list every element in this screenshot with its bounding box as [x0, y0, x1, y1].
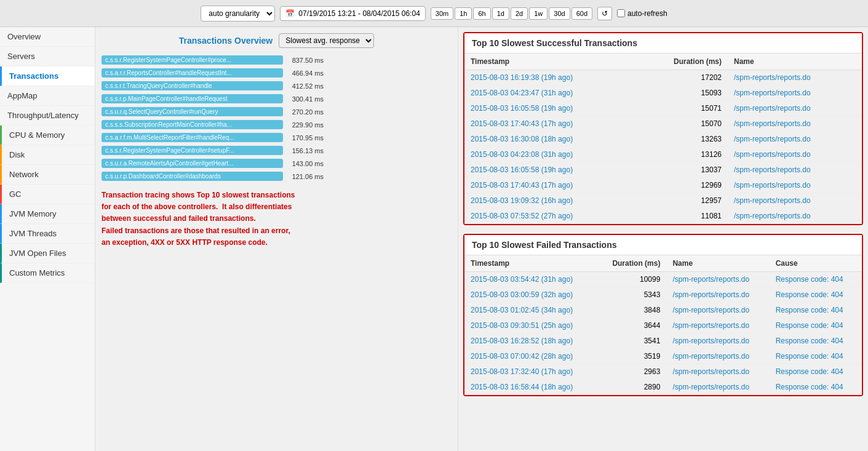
table-row[interactable]: 2015-08-03 17:40:43 (17h ago) 15070 /spm… — [464, 116, 862, 132]
timestamp-cell[interactable]: 2015-08-03 19:09:32 (16h ago) — [464, 193, 637, 209]
name-cell[interactable]: /spm-reports/reports.do — [728, 162, 862, 178]
sidebar-item-disk[interactable]: Disk — [0, 145, 95, 165]
name-cell[interactable]: /spm-reports/reports.do — [728, 147, 862, 162]
timestamp-cell[interactable]: 2015-08-03 16:19:38 (19h ago) — [464, 70, 637, 86]
bar-row: c.s.s.r.RegisterSystemPageController#pro… — [102, 55, 452, 65]
bar-row: c.s.s.s.SubscriptionReportMainController… — [102, 120, 452, 129]
table-row[interactable]: 2015-08-03 03:54:42 (31h ago) 10099 /spm… — [464, 272, 862, 287]
table-row[interactable]: 2015-08-03 19:09:32 (16h ago) 12957 /spm… — [464, 193, 862, 209]
timestamp-cell[interactable]: 2015-08-03 16:05:58 (19h ago) — [464, 162, 637, 178]
duration-cell: 3541 — [597, 333, 666, 349]
table-row[interactable]: 2015-08-03 04:23:47 (31h ago) 15093 /spm… — [464, 86, 862, 101]
bar-row: c.s.a.r.f.m.MultiSelectReportFilter#hand… — [102, 133, 452, 142]
bar-value: 412.52 ms — [287, 82, 324, 90]
timestamp-cell[interactable]: 2015-08-03 07:00:42 (28h ago) — [464, 349, 597, 364]
bar-label[interactable]: c.s.u.r.q.SelectQueryController#runQuery — [102, 107, 283, 116]
date-range-picker[interactable]: 📅 07/19/2015 13:21 - 08/04/2015 06:04 — [280, 6, 426, 21]
timestamp-cell[interactable]: 2015-08-03 04:23:08 (31h ago) — [464, 147, 637, 162]
bar-label[interactable]: c.s.u.r.a.RemoteAlertsApiController#getH… — [102, 159, 283, 168]
time-btn-1d[interactable]: 1d — [492, 7, 509, 20]
bar-label[interactable]: c.s.s.r.RegisterSystemPageController#pro… — [102, 55, 283, 65]
sidebar-item-throughput[interactable]: Throughput/Latency — [0, 106, 95, 126]
name-cell[interactable]: /spm-reports/reports.do — [728, 209, 862, 224]
sidebar-item-jvm-threads[interactable]: JVM Threads — [0, 224, 95, 244]
timestamp-cell[interactable]: 2015-08-03 04:23:47 (31h ago) — [464, 86, 637, 101]
table-row[interactable]: 2015-08-03 01:02:45 (34h ago) 3848 /spm-… — [464, 303, 862, 318]
name-cell[interactable]: /spm-reports/reports.do — [666, 287, 769, 303]
timestamp-cell[interactable]: 2015-08-03 16:58:44 (18h ago) — [464, 380, 597, 395]
timestamp-cell[interactable]: 2015-08-03 16:30:08 (18h ago) — [464, 132, 637, 147]
main-layout: Overview Servers Transactions AppMap Thr… — [0, 27, 868, 451]
successful-title: Top 10 Slowest Successful Transactions — [464, 33, 862, 54]
name-cell[interactable]: /spm-reports/reports.do — [666, 349, 769, 364]
sidebar-item-custom-metrics[interactable]: Custom Metrics — [0, 263, 95, 283]
name-cell[interactable]: /spm-reports/reports.do — [728, 86, 862, 101]
name-cell[interactable]: /spm-reports/reports.do — [728, 70, 862, 86]
name-cell[interactable]: /spm-reports/reports.do — [666, 272, 769, 287]
time-btn-2d[interactable]: 2d — [511, 7, 528, 20]
auto-refresh-checkbox[interactable] — [617, 9, 625, 17]
bar-label[interactable]: c.s.u.r.p.DashboardController#dashboards — [102, 172, 283, 181]
cause-cell: Response code: 404 — [770, 364, 862, 380]
timestamp-cell[interactable]: 2015-08-03 01:02:45 (34h ago) — [464, 303, 597, 318]
bar-label[interactable]: c.s.s.s.SubscriptionReportMainController… — [102, 120, 283, 129]
sidebar-item-gc[interactable]: GC — [0, 185, 95, 204]
bar-label[interactable]: c.s.s.r.RegisterSystemPageController#set… — [102, 146, 283, 155]
table-row[interactable]: 2015-08-03 16:19:38 (19h ago) 17202 /spm… — [464, 70, 862, 86]
timestamp-cell[interactable]: 2015-08-03 16:05:58 (19h ago) — [464, 101, 637, 116]
refresh-button[interactable]: ↺ — [597, 7, 612, 20]
sidebar-item-servers[interactable]: Servers — [0, 47, 95, 66]
table-row[interactable]: 2015-08-03 16:58:44 (18h ago) 2890 /spm-… — [464, 380, 862, 395]
timestamp-cell[interactable]: 2015-08-03 17:40:43 (17h ago) — [464, 116, 637, 132]
sidebar-item-network[interactable]: Network — [0, 165, 95, 185]
name-cell[interactable]: /spm-reports/reports.do — [728, 193, 862, 209]
time-btn-60d[interactable]: 60d — [571, 7, 592, 20]
timestamp-cell[interactable]: 2015-08-03 03:00:59 (32h ago) — [464, 287, 597, 303]
sidebar-item-overview[interactable]: Overview — [0, 27, 95, 47]
table-row[interactable]: 2015-08-03 04:23:08 (31h ago) 13126 /spm… — [464, 147, 862, 162]
timestamp-cell[interactable]: 2015-08-03 03:54:42 (31h ago) — [464, 272, 597, 287]
granularity-select[interactable]: auto granularity — [201, 6, 275, 22]
timestamp-cell[interactable]: 2015-08-03 09:30:51 (25h ago) — [464, 318, 597, 333]
table-row[interactable]: 2015-08-03 16:28:52 (18h ago) 3541 /spm-… — [464, 333, 862, 349]
sidebar-item-cpu-memory[interactable]: CPU & Memory — [0, 126, 95, 145]
table-row[interactable]: 2015-08-03 03:00:59 (32h ago) 5343 /spm-… — [464, 287, 862, 303]
bar-label[interactable]: c.s.a.r.r.ReportsController#handleReques… — [102, 68, 283, 78]
table-row[interactable]: 2015-08-03 17:40:43 (17h ago) 12969 /spm… — [464, 178, 862, 193]
bar-label[interactable]: c.s.s.r.p.MainPageController#handleReque… — [102, 94, 283, 103]
bar-label[interactable]: c.s.a.r.f.m.MultiSelectReportFilter#hand… — [102, 133, 283, 142]
table-row[interactable]: 2015-08-03 09:30:51 (25h ago) 3644 /spm-… — [464, 318, 862, 333]
timestamp-cell[interactable]: 2015-08-03 17:32:40 (17h ago) — [464, 364, 597, 380]
timestamp-cell[interactable]: 2015-08-03 07:53:52 (27h ago) — [464, 209, 637, 224]
time-btn-30d[interactable]: 30d — [549, 7, 570, 20]
time-btn-30m[interactable]: 30m — [431, 7, 453, 20]
name-cell[interactable]: /spm-reports/reports.do — [728, 101, 862, 116]
table-row[interactable]: 2015-08-03 16:05:58 (19h ago) 13037 /spm… — [464, 162, 862, 178]
name-cell[interactable]: /spm-reports/reports.do — [666, 303, 769, 318]
bar-label[interactable]: c.s.s.r.t.TracingQueryController#handle — [102, 81, 283, 90]
sort-select[interactable]: Slowest avg. response — [279, 33, 374, 48]
name-cell[interactable]: /spm-reports/reports.do — [666, 333, 769, 349]
name-cell[interactable]: /spm-reports/reports.do — [666, 380, 769, 395]
name-cell[interactable]: /spm-reports/reports.do — [666, 318, 769, 333]
sidebar-item-appmap[interactable]: AppMap — [0, 86, 95, 106]
sidebar-item-jvm-open-files[interactable]: JVM Open Files — [0, 244, 95, 263]
name-cell[interactable]: /spm-reports/reports.do — [728, 178, 862, 193]
bar-value: 121.06 ms — [287, 173, 324, 180]
time-btn-1w[interactable]: 1w — [529, 7, 547, 20]
table-row[interactable]: 2015-08-03 16:05:58 (19h ago) 15071 /spm… — [464, 101, 862, 116]
name-cell[interactable]: /spm-reports/reports.do — [666, 364, 769, 380]
table-row[interactable]: 2015-08-03 16:30:08 (18h ago) 13263 /spm… — [464, 132, 862, 147]
table-row[interactable]: 2015-08-03 07:00:42 (28h ago) 3519 /spm-… — [464, 349, 862, 364]
table-row[interactable]: 2015-08-03 17:32:40 (17h ago) 2963 /spm-… — [464, 364, 862, 380]
name-cell[interactable]: /spm-reports/reports.do — [728, 116, 862, 132]
duration-cell: 12957 — [637, 193, 728, 209]
timestamp-cell[interactable]: 2015-08-03 16:28:52 (18h ago) — [464, 333, 597, 349]
time-btn-1h[interactable]: 1h — [455, 7, 472, 20]
sidebar-item-jvm-memory[interactable]: JVM Memory — [0, 204, 95, 224]
sidebar-item-transactions[interactable]: Transactions — [0, 66, 95, 86]
time-btn-6h[interactable]: 6h — [473, 7, 490, 20]
timestamp-cell[interactable]: 2015-08-03 17:40:43 (17h ago) — [464, 178, 637, 193]
table-row[interactable]: 2015-08-03 07:53:52 (27h ago) 11081 /spm… — [464, 209, 862, 224]
name-cell[interactable]: /spm-reports/reports.do — [728, 132, 862, 147]
